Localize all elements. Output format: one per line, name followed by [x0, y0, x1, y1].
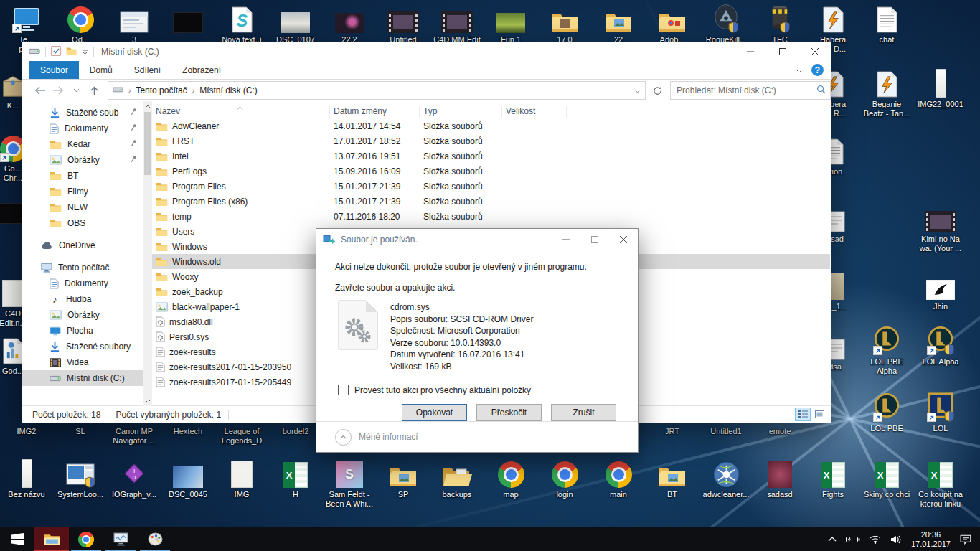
desktop-icon-jrt[interactable]: JRT [646, 425, 699, 436]
desktop-icon-kimi-no-na-wa-your[interactable]: Kimi no Na wa. (Your ... [914, 204, 967, 253]
column-header-velikost[interactable]: Velikost [502, 106, 567, 118]
desktop-icon-dsc-0045[interactable]: DSC_0045 [161, 459, 215, 499]
less-info-expander[interactable]: Méně informací [316, 421, 638, 452]
sidebar-item-obr-zky[interactable]: Obrázky [22, 152, 143, 168]
desktop-icon-od[interactable]: Od... [54, 4, 107, 44]
sidebar-item-dokumenty[interactable]: Dokumenty [22, 276, 143, 291]
desktop-icon-systemloo[interactable]: SystemLoo... [54, 459, 107, 499]
start-button[interactable] [0, 527, 34, 551]
tab-soubor[interactable]: Soubor [29, 61, 79, 79]
sidebar-item-obs[interactable]: OBS [22, 215, 143, 231]
new-folder-icon[interactable] [66, 47, 77, 57]
ribbon-expand-chevron-icon[interactable] [796, 65, 803, 75]
desktop-icon-img22-0001[interactable]: IMG22_0001 [914, 69, 967, 109]
desktop-icon-fun-1[interactable]: Fun 1 [484, 4, 537, 44]
cancel-button[interactable]: Zrušit [551, 404, 616, 421]
desktop-icon-canon-mp-navigator[interactable]: Canon MP Navigator ... [108, 425, 161, 446]
sidebar-item-new[interactable]: NEW [22, 199, 143, 215]
minimize-button[interactable] [552, 229, 580, 250]
sidebar-item-sta-en-soub[interactable]: Stažené soub [22, 105, 143, 121]
file-row-program-files-x86[interactable]: Program Files (x86)15.01.2017 21:39Složk… [152, 194, 830, 209]
refresh-button[interactable] [649, 82, 666, 99]
desktop-icon-lol-alpha[interactable]: LOL Alpha [914, 326, 967, 367]
desktop-icon-untitled[interactable]: Untitled [377, 4, 430, 44]
tab-domu[interactable]: Domů [79, 61, 123, 79]
desktop-icon-league-of-legends-d[interactable]: League of Legends_D [215, 425, 268, 446]
back-button[interactable] [31, 86, 49, 95]
desktop-icon-map[interactable]: map [484, 459, 537, 499]
qat-customize-chevron-icon[interactable] [82, 47, 88, 57]
desktop-icon-beganie-beatz-tan[interactable]: Beganie Beatz - Tan... [860, 69, 913, 118]
desktop-icon-17-0[interactable]: 17.0 [538, 4, 591, 44]
breadcrumb-local-disk[interactable]: Místní disk (C:) [199, 85, 258, 95]
desktop-icon-nov-text[interactable]: SNová text..í [215, 4, 268, 44]
desktop-icon-sam-feldt-been-a-whi[interactable]: SSam Feldt - Been A Whi... [323, 459, 376, 509]
taskbar-file-explorer[interactable] [34, 527, 69, 551]
skip-button[interactable]: Přeskočit [476, 404, 542, 421]
recent-locations-chevron-icon[interactable] [67, 88, 85, 93]
volume-icon[interactable] [890, 535, 902, 544]
sidebar-item-hudba[interactable]: ♪Hudba [22, 291, 143, 307]
desktop-icon-adob[interactable]: Adob... [646, 4, 699, 44]
tab-sdileni[interactable]: Sdílení [123, 61, 171, 79]
desktop-icon-hextech[interactable]: Hextech [161, 425, 215, 436]
desktop-icon-roguekill[interactable]: RogueKill... [699, 4, 753, 44]
file-row-program-files[interactable]: Program Files15.01.2017 21:39Složka soub… [152, 179, 830, 194]
desktop-icon-img[interactable]: IMG [215, 459, 268, 499]
sidebar-item-videa[interactable]: Videa [22, 354, 143, 370]
file-row-adwcleaner[interactable]: AdwCleaner14.01.2017 14:54Složka souborů [152, 118, 830, 133]
desktop-icon-login[interactable]: login [538, 459, 591, 499]
desktop-icon-h[interactable]: XH [269, 459, 322, 499]
desktop-icon-co-koupit-na-kterou-linku[interactable]: XCo koupit na kterou linku [914, 459, 967, 509]
desktop-icon-adwcleaner[interactable]: adwcleaner... [699, 459, 753, 499]
taskbar-paint[interactable] [138, 527, 172, 551]
desktop-icon-fights[interactable]: XFights [806, 459, 859, 499]
search-box[interactable] [670, 81, 831, 100]
desktop-icon-sp[interactable]: SP [377, 459, 430, 499]
apply-to-all-checkbox[interactable] [338, 385, 349, 395]
sidebar-item-kedar[interactable]: Kedar [22, 136, 143, 152]
up-button[interactable] [85, 86, 103, 95]
sidebar-item-bt[interactable]: BT [22, 168, 143, 184]
scroll-up-icon[interactable] [143, 101, 152, 111]
forward-button[interactable] [49, 86, 67, 95]
desktop-icon-22[interactable]: 22 [592, 4, 645, 44]
search-input[interactable] [675, 85, 816, 96]
desktop-icon-lol[interactable]: LOL [914, 393, 967, 433]
desktop-icon-img2[interactable]: IMG2 [0, 425, 53, 436]
scroll-thumb[interactable] [144, 112, 151, 175]
file-row-intel[interactable]: Intel13.07.2016 19:51Složka souborů [152, 149, 830, 164]
maximize-button[interactable] [580, 229, 609, 250]
tray-clock[interactable]: 20:36 17.01.2017 [911, 530, 951, 549]
details-view-button[interactable] [795, 408, 811, 421]
wifi-icon[interactable] [870, 535, 881, 544]
column-header-datum-zm-ny[interactable]: Datum změny [330, 106, 420, 118]
address-bar[interactable]: › Tento počítač › Místní disk (C:) [108, 81, 646, 100]
nav-scrollbar[interactable] [143, 101, 152, 406]
breadcrumb-this-pc[interactable]: Tento počítač [136, 85, 187, 95]
desktop-icon-backups[interactable]: backups [430, 459, 484, 499]
tab-zobrazeni[interactable]: Zobrazení [171, 61, 232, 79]
desktop-icon-22-2[interactable]: 22.2 [323, 4, 376, 44]
sidebar-item-dokumenty[interactable]: Dokumenty [22, 121, 143, 136]
battery-icon[interactable] [846, 536, 860, 543]
scroll-down-icon[interactable] [143, 396, 152, 406]
desktop-icon-c4d-mm-edit[interactable]: C4D MM Edit [430, 4, 484, 44]
close-button[interactable] [609, 229, 638, 250]
sidebar-item-obr-zky[interactable]: Obrázky [22, 307, 143, 323]
desktop-icon-3[interactable]: 3 [108, 4, 161, 44]
file-row-perflogs[interactable]: PerfLogs15.09.2016 16:09Složka souborů [152, 164, 830, 179]
file-row-frst[interactable]: FRST17.01.2017 18:52Složka souborů [152, 133, 830, 149]
properties-icon[interactable] [51, 46, 61, 58]
column-header-typ[interactable]: Typ [420, 106, 502, 118]
desktop-icon-bt[interactable]: BT [646, 459, 699, 499]
desktop-icon-lol-pbe[interactable]: LOL PBE [860, 393, 913, 433]
desktop-icon-sl[interactable]: SL [54, 425, 107, 436]
sidebar-item-plocha[interactable]: Plocha [22, 323, 143, 339]
file-row-temp[interactable]: temp07.11.2016 18:20Složka souborů [152, 209, 830, 224]
help-icon[interactable]: ? [811, 64, 824, 76]
close-button[interactable] [798, 42, 831, 61]
sidebar-item-tento-po-ta[interactable]: Tento počítač [22, 260, 143, 276]
desktop-icon-unnamed[interactable] [161, 4, 215, 35]
taskbar-system-monitor[interactable] [103, 527, 138, 551]
